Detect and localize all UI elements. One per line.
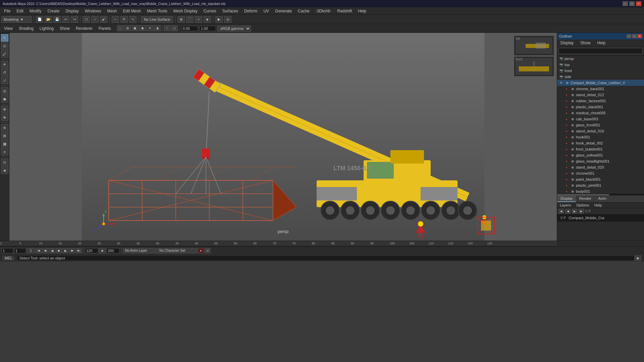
gamma-input[interactable] xyxy=(199,26,216,31)
tab-view[interactable]: View xyxy=(1,25,15,32)
redo-button[interactable]: ↪ xyxy=(71,16,78,23)
ch-sub-help[interactable]: Help xyxy=(592,202,605,208)
outliner-item-hook-detail[interactable]: ● ▣ hook_detail_002 xyxy=(557,140,644,146)
script-exec-btn[interactable]: ▶ xyxy=(635,255,641,261)
ch-prev-btn[interactable]: ◀ xyxy=(558,209,564,214)
rotate-tool-button[interactable]: ↻ xyxy=(120,16,128,23)
cycle-btn[interactable]: ↺ xyxy=(205,248,211,253)
menu-generate[interactable]: Generate xyxy=(272,8,294,14)
move-tool-left[interactable]: ✛ xyxy=(1,61,8,68)
grid-btn[interactable]: ⊞ xyxy=(124,25,131,31)
outliner-tab-help[interactable]: Help xyxy=(594,40,609,46)
manip-tool-left[interactable]: ⊗ xyxy=(1,114,8,121)
menu-deform[interactable]: Deform xyxy=(241,8,260,14)
character-set-selector[interactable]: No Character Set xyxy=(157,248,197,253)
menu-file[interactable]: File xyxy=(1,8,13,14)
select-tool-left[interactable]: ↖ xyxy=(1,34,8,42)
menu-curves[interactable]: Curves xyxy=(201,8,219,14)
new-scene-button[interactable]: 📄 xyxy=(36,16,43,23)
outliner-item-glass-front[interactable]: ● ▣ glass_front001 xyxy=(557,122,644,128)
render-button[interactable]: ▶ xyxy=(215,16,223,23)
go-to-start-btn[interactable]: |◀ xyxy=(36,248,42,253)
outliner-tab-show[interactable]: Show xyxy=(577,40,594,46)
outliner-item-front[interactable]: 📷 front xyxy=(557,68,644,74)
snap-curve-button[interactable]: ⌒ xyxy=(186,16,194,23)
minimize-button[interactable]: − xyxy=(623,1,628,6)
tab-shading[interactable]: Shading xyxy=(16,25,36,32)
menu-mesh[interactable]: Mesh xyxy=(104,8,119,14)
outliner-item-rubber[interactable]: ● ▣ rubber_facture001 xyxy=(557,98,644,104)
ipr-button[interactable]: ◎ xyxy=(224,16,231,23)
shadow-btn[interactable]: ◑ xyxy=(154,25,161,31)
menu-display[interactable]: Display xyxy=(63,8,81,14)
exposure-input[interactable] xyxy=(181,26,198,31)
go-to-end-btn[interactable]: ▶| xyxy=(76,248,82,253)
menu-mesh-tools[interactable]: Mesh Tools xyxy=(144,8,170,14)
menu-surfaces[interactable]: Surfaces xyxy=(220,8,241,14)
outliner-tab-display[interactable]: Display xyxy=(557,40,577,46)
outliner-item-side[interactable]: 📷 side xyxy=(557,74,644,80)
soft-select-left[interactable]: ◉ xyxy=(1,95,8,103)
snap-tool-left[interactable]: ◎ xyxy=(1,87,8,95)
wireframe-btn[interactable]: ▣ xyxy=(132,25,139,31)
show-manip-left[interactable]: ⊕ xyxy=(1,106,8,113)
open-button[interactable]: 📂 xyxy=(45,16,52,23)
snap-point-button[interactable]: ⊹ xyxy=(195,16,202,23)
scale-tool-left[interactable]: ⤢ xyxy=(1,77,8,84)
step-fwd-btn[interactable]: |▶ xyxy=(69,248,75,253)
sculpt-tool-left[interactable]: ≡ xyxy=(1,148,8,156)
mode-selector[interactable]: Modeling ▼ xyxy=(1,16,32,23)
outliner-item-glass-yellow[interactable]: ● ▣ glass_yellow001 xyxy=(557,152,644,158)
surface-tool-left[interactable]: ⊞ xyxy=(1,132,8,139)
move-tool-button[interactable]: ↔ xyxy=(112,16,119,23)
outliner-close-btn[interactable]: ✕ xyxy=(637,34,642,38)
menu-edit[interactable]: Edit xyxy=(14,8,26,14)
xray-btn[interactable]: ◻ xyxy=(171,25,178,31)
scale-tool-button[interactable]: ⤡ xyxy=(129,16,137,23)
play-fwd-btn[interactable]: ▶ xyxy=(62,248,68,253)
menu-windows[interactable]: Windows xyxy=(82,8,104,14)
step-back-btn[interactable]: ◀| xyxy=(42,248,48,253)
outliner-item-front-bubble[interactable]: ● ▣ front_bubble001 xyxy=(557,146,644,152)
frame-start-input[interactable] xyxy=(14,248,26,253)
maximize-button[interactable]: □ xyxy=(629,1,635,6)
outliner-maximize-btn[interactable]: □ xyxy=(632,34,637,38)
undo-button[interactable]: ↩ xyxy=(62,16,69,23)
mel-button[interactable]: MEL xyxy=(3,256,14,260)
lasso-tool-left[interactable]: ⊙ xyxy=(1,42,8,50)
camera-btn[interactable]: 🎥 xyxy=(117,25,124,31)
paint-tool-left[interactable]: 🖊 xyxy=(1,50,8,58)
anim-layer-selector[interactable]: No Anim Layer xyxy=(123,248,156,253)
close-button[interactable]: ✕ xyxy=(636,1,641,6)
outliner-item-cab-base[interactable]: ● ▣ cab_base003 xyxy=(557,116,644,122)
ch-prev2-btn[interactable]: ◀ xyxy=(565,209,571,214)
lasso-tool-button[interactable]: ○ xyxy=(91,16,99,23)
end-frame-input[interactable] xyxy=(85,248,98,253)
extra-btn-left[interactable]: ⊙ xyxy=(1,159,8,166)
ch-sub-layers[interactable]: Layers xyxy=(557,202,574,208)
snap-grid-button[interactable]: ⊞ xyxy=(177,16,185,23)
outliner-item-glass-headlights[interactable]: ● ▣ glass_headlights001 xyxy=(557,158,644,164)
light-btn[interactable]: ☀ xyxy=(147,25,153,31)
isolate-btn[interactable]: □ xyxy=(164,25,170,31)
outliner-item-body001[interactable]: ● ▣ body001 xyxy=(557,188,644,194)
menu-redshift[interactable]: Redshift xyxy=(334,8,355,14)
menu-create[interactable]: Create xyxy=(45,8,62,14)
outliner-list[interactable]: 📷 persp 📷 top 📷 front 📷 side ▼ ▣ Compact… xyxy=(557,56,644,194)
no-live-surface[interactable]: No Live Surface xyxy=(141,16,173,23)
menu-3dtool[interactable]: -3DtoAll- xyxy=(313,8,334,14)
outliner-item-paint-black[interactable]: ● ▣ paint_black001 xyxy=(557,176,644,182)
outliner-item-chrome-back001[interactable]: ● ▣ chrome_back001 xyxy=(557,86,644,92)
tab-show[interactable]: Show xyxy=(57,25,72,32)
outliner-minimize-btn[interactable]: − xyxy=(627,34,631,38)
outliner-item-hook001[interactable]: ● ▣ hook001 xyxy=(557,134,644,140)
current-frame-input[interactable] xyxy=(1,248,13,253)
menu-uv[interactable]: UV xyxy=(261,8,272,14)
ch-next-btn[interactable]: ▶ xyxy=(572,209,577,214)
select-tool-button[interactable]: ⬡ xyxy=(83,16,90,23)
outliner-item-plastic-black[interactable]: ● ▣ plastic_black001 xyxy=(557,104,644,110)
menu-cache[interactable]: Cache xyxy=(295,8,312,14)
play-back-btn[interactable]: ◀ xyxy=(49,248,55,253)
script-input[interactable] xyxy=(17,255,635,261)
paint-select-button[interactable]: 🖌 xyxy=(100,16,107,23)
